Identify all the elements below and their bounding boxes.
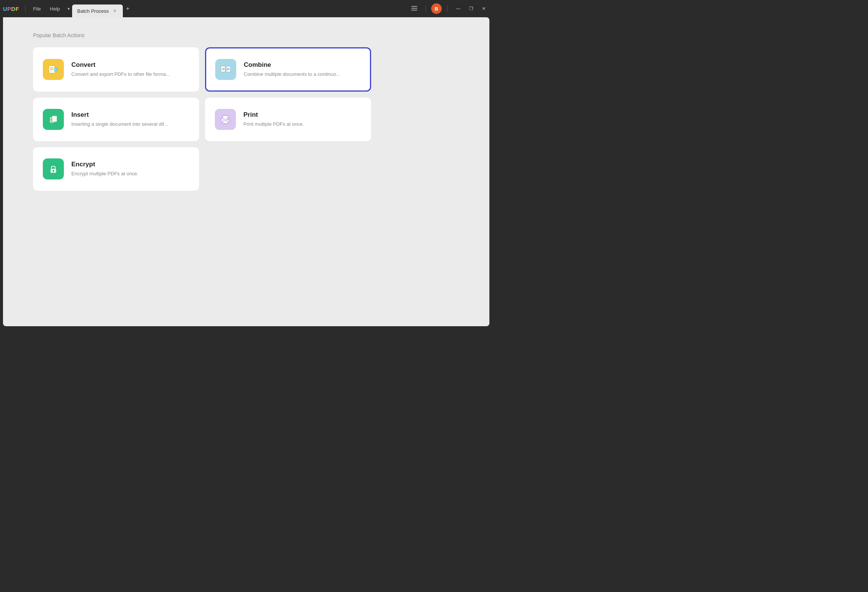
tab-batch-process[interactable]: Batch Process ×: [72, 5, 123, 17]
tab-close-icon[interactable]: ×: [112, 8, 118, 14]
action-convert[interactable]: Convert Convert and export PDFs to other…: [33, 47, 199, 92]
tab-add-button[interactable]: +: [123, 4, 132, 14]
encrypt-icon: [47, 163, 60, 175]
titlebar-divider2: [426, 5, 426, 12]
titlebar-divider: [25, 5, 26, 12]
restore-button[interactable]: ❐: [465, 3, 477, 14]
main-content: Popular Batch Actions Convert Convert an…: [3, 17, 489, 326]
combine-desc: Combine multiple documents to a continuo…: [244, 71, 361, 78]
insert-desc: Inserting a single document into several…: [71, 121, 189, 128]
insert-title: Insert: [71, 111, 189, 119]
combine-title: Combine: [244, 61, 361, 69]
logo-d: D: [11, 6, 15, 12]
combine-text: Combine Combine multiple documents to a …: [244, 61, 361, 78]
action-print[interactable]: Print Print multiple PDFs at once.: [205, 98, 371, 141]
minimize-button[interactable]: —: [453, 3, 464, 14]
convert-title: Convert: [71, 61, 189, 69]
convert-icon-bg: [43, 59, 64, 80]
titlebar-right: B — ❐ ✕: [408, 3, 489, 14]
menu-file[interactable]: File: [29, 5, 45, 13]
insert-icon: [47, 113, 60, 126]
insert-icon-bg: [43, 109, 64, 130]
encrypt-text: Encrypt Encrypt multiple PDFs at once.: [71, 161, 189, 177]
svg-rect-2: [411, 10, 417, 11]
actions-grid: Convert Convert and export PDFs to other…: [33, 47, 371, 191]
convert-desc: Convert and export PDFs to other file fo…: [71, 71, 189, 78]
print-title: Print: [243, 111, 361, 119]
tab-title: Batch Process: [77, 8, 109, 14]
titlebar: UPDF File Help ▾ Batch Process × + B — ❐…: [0, 0, 492, 17]
user-avatar[interactable]: B: [431, 3, 442, 14]
svg-rect-1: [411, 8, 417, 9]
logo-f: F: [15, 6, 19, 12]
close-button[interactable]: ✕: [478, 3, 489, 14]
tab-area: ▾ Batch Process × +: [65, 0, 408, 17]
svg-rect-9: [52, 116, 57, 122]
titlebar-menu: File Help: [29, 5, 64, 13]
combine-icon: [219, 63, 232, 76]
svg-rect-0: [411, 6, 417, 7]
window-list-icon[interactable]: [408, 4, 420, 13]
insert-text: Insert Inserting a single document into …: [71, 111, 189, 128]
logo-u: U: [3, 6, 7, 12]
section-title: Popular Batch Actions: [33, 32, 459, 38]
action-encrypt[interactable]: Encrypt Encrypt multiple PDFs at once.: [33, 147, 199, 191]
titlebar-divider3: [447, 5, 447, 12]
encrypt-title: Encrypt: [71, 161, 189, 168]
svg-rect-16: [53, 171, 54, 172]
menu-help[interactable]: Help: [46, 5, 64, 13]
svg-rect-12: [223, 121, 228, 124]
tab-dropdown-icon[interactable]: ▾: [65, 5, 72, 13]
app-logo: UPDF: [3, 6, 19, 12]
svg-rect-11: [223, 116, 228, 119]
print-icon: [219, 113, 232, 126]
convert-icon: [47, 63, 60, 76]
print-icon-bg: [215, 109, 236, 130]
svg-point-13: [228, 119, 229, 120]
print-text: Print Print multiple PDFs at once.: [243, 111, 361, 128]
combine-icon-bg: [215, 59, 236, 80]
action-combine[interactable]: Combine Combine multiple documents to a …: [205, 47, 371, 92]
print-desc: Print multiple PDFs at once.: [243, 121, 361, 128]
encrypt-icon-bg: [43, 158, 64, 179]
encrypt-desc: Encrypt multiple PDFs at once.: [71, 170, 189, 177]
logo-p: P: [7, 6, 11, 12]
convert-text: Convert Convert and export PDFs to other…: [71, 61, 189, 78]
action-insert[interactable]: Insert Inserting a single document into …: [33, 98, 199, 141]
